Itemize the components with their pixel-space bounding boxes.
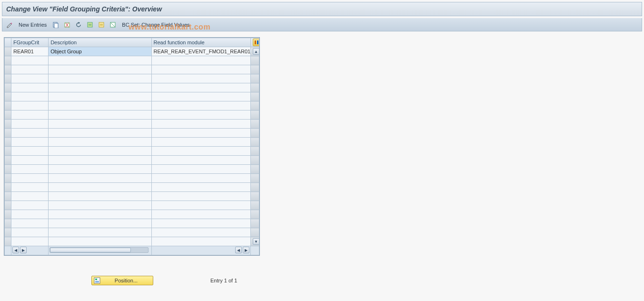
cell-empty[interactable]	[49, 138, 151, 147]
cell-empty[interactable]	[49, 210, 151, 219]
cell-empty[interactable]	[11, 147, 49, 156]
cell-empty[interactable]	[151, 101, 250, 110]
cell-empty[interactable]	[49, 192, 151, 201]
cell-empty[interactable]	[11, 138, 49, 147]
cell-empty[interactable]	[11, 74, 49, 83]
row-selector[interactable]	[5, 228, 11, 237]
row-selector[interactable]	[5, 65, 11, 74]
column-header-fgroupcrit[interactable]: FGroupCrit	[11, 38, 49, 47]
cell-empty[interactable]	[49, 56, 151, 65]
table-row[interactable]	[5, 83, 259, 92]
cell-empty[interactable]	[151, 65, 250, 74]
scroll-right-icon[interactable]: ▶	[243, 247, 249, 253]
table-row[interactable]	[5, 228, 259, 237]
row-selector[interactable]	[5, 47, 11, 56]
row-selector[interactable]	[5, 120, 11, 129]
row-selector[interactable]	[5, 147, 11, 156]
toggle-display-change-icon[interactable]	[4, 20, 15, 30]
scroll-left-icon[interactable]: ◀	[235, 247, 242, 253]
cell-empty[interactable]	[151, 165, 250, 174]
cell-empty[interactable]	[11, 129, 49, 138]
deselect-all-icon[interactable]	[108, 20, 118, 30]
cell-empty[interactable]	[11, 192, 49, 201]
cell-empty[interactable]	[11, 210, 49, 219]
table-settings-icon[interactable]	[253, 39, 259, 46]
table-row[interactable]	[5, 147, 259, 156]
table-row[interactable]	[5, 174, 259, 183]
cell-empty[interactable]	[11, 183, 49, 192]
table-row[interactable]	[5, 201, 259, 210]
cell-empty[interactable]	[49, 183, 151, 192]
cell-empty[interactable]	[151, 120, 250, 129]
cell-empty[interactable]	[151, 129, 250, 138]
row-selector[interactable]	[5, 138, 11, 147]
hscroll-track[interactable]	[49, 246, 151, 255]
cell-empty[interactable]	[151, 183, 250, 192]
cell-empty[interactable]	[151, 92, 250, 101]
cell-empty[interactable]	[11, 156, 49, 165]
table-row[interactable]	[5, 129, 259, 138]
new-entries-button[interactable]: New Entries	[16, 20, 50, 30]
cell-empty[interactable]	[49, 201, 151, 210]
table-row[interactable]	[5, 92, 259, 101]
row-selector[interactable]	[5, 83, 11, 92]
row-selector[interactable]	[5, 92, 11, 101]
hscroll-thumb[interactable]	[50, 248, 131, 252]
cell-empty[interactable]	[11, 174, 49, 183]
cell-empty[interactable]	[11, 56, 49, 65]
cell-empty[interactable]	[151, 228, 250, 237]
cell-empty[interactable]	[151, 174, 250, 183]
cell-empty[interactable]	[11, 83, 49, 92]
cell-empty[interactable]	[49, 174, 151, 183]
cell-empty[interactable]	[49, 129, 151, 138]
cell-empty[interactable]	[151, 74, 250, 83]
table-row[interactable]: ▼	[5, 237, 259, 246]
table-row[interactable]	[5, 101, 259, 110]
cell-empty[interactable]	[49, 74, 151, 83]
cell-empty[interactable]	[49, 120, 151, 129]
cell-empty[interactable]	[151, 156, 250, 165]
cell-read-fm[interactable]: REAR_REAR_EVENT_FMOD1_REAR01	[151, 47, 250, 56]
select-all-column-header[interactable]	[5, 38, 11, 47]
cell-description[interactable]: Object Group	[49, 47, 151, 56]
cell-empty[interactable]	[49, 147, 151, 156]
bc-set-button[interactable]: BC Set: Change Field Values	[119, 20, 192, 30]
scroll-up-icon[interactable]: ▲	[253, 48, 259, 55]
row-selector[interactable]	[5, 110, 11, 120]
row-selector[interactable]	[5, 174, 11, 183]
cell-empty[interactable]	[151, 83, 250, 92]
cell-empty[interactable]	[49, 83, 151, 92]
cell-empty[interactable]	[11, 219, 49, 228]
cell-empty[interactable]	[151, 56, 250, 65]
scroll-left-icon[interactable]: ◀	[12, 247, 19, 253]
row-selector[interactable]	[5, 156, 11, 165]
cell-empty[interactable]	[11, 110, 49, 120]
column-header-read-fm[interactable]: Read function module	[151, 38, 250, 47]
table-row[interactable]	[5, 110, 259, 120]
table-row[interactable]	[5, 65, 259, 74]
cell-empty[interactable]	[11, 237, 49, 246]
row-selector[interactable]	[5, 237, 11, 246]
row-selector[interactable]	[5, 165, 11, 174]
scroll-down-icon[interactable]: ▼	[253, 238, 259, 245]
cell-empty[interactable]	[151, 147, 250, 156]
cell-empty[interactable]	[151, 219, 250, 228]
row-selector[interactable]	[5, 201, 11, 210]
table-row[interactable]	[5, 183, 259, 192]
row-selector[interactable]	[5, 56, 11, 65]
cell-empty[interactable]	[49, 92, 151, 101]
table-row[interactable]	[5, 192, 259, 201]
row-selector[interactable]	[5, 101, 11, 110]
cell-empty[interactable]	[151, 138, 250, 147]
delete-icon[interactable]	[62, 20, 72, 30]
cell-empty[interactable]	[49, 219, 151, 228]
cell-empty[interactable]	[11, 120, 49, 129]
cell-empty[interactable]	[11, 101, 49, 110]
cell-empty[interactable]	[49, 165, 151, 174]
select-block-icon[interactable]	[96, 20, 107, 30]
table-row[interactable]	[5, 156, 259, 165]
row-selector[interactable]	[5, 192, 11, 201]
row-selector[interactable]	[5, 74, 11, 83]
cell-empty[interactable]	[11, 92, 49, 101]
cell-empty[interactable]	[11, 201, 49, 210]
